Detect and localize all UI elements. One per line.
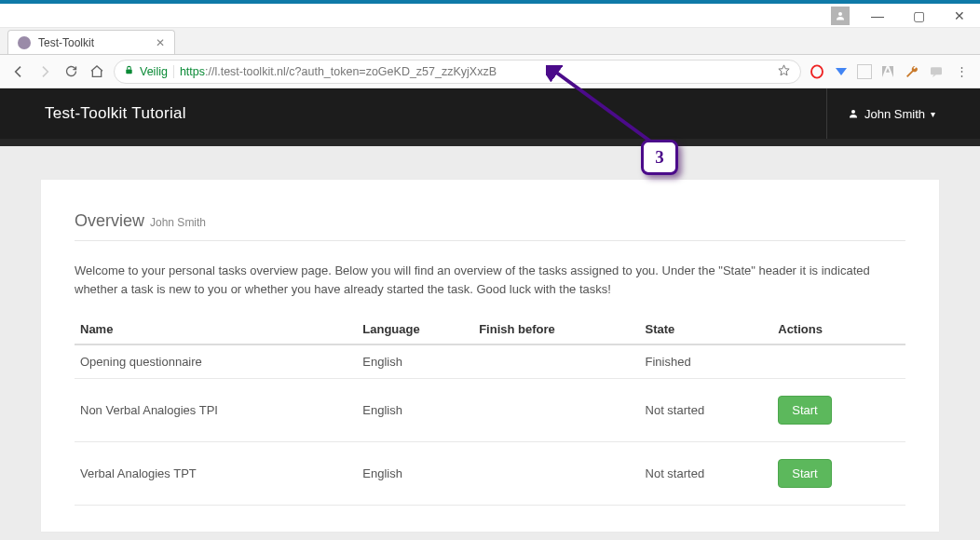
callout-number: 3 — [655, 147, 664, 168]
cell-finish — [473, 379, 639, 442]
th-actions: Actions — [772, 315, 905, 344]
user-icon — [848, 108, 859, 119]
th-finish: Finish before — [473, 315, 639, 344]
cell-action — [772, 344, 905, 379]
forward-button[interactable] — [35, 62, 54, 81]
cell-name: Non Verbal Analogies TPI — [75, 379, 357, 442]
svg-point-2 — [811, 65, 823, 77]
cell-state: Not started — [640, 379, 773, 442]
th-name: Name — [75, 315, 357, 344]
start-button[interactable]: Start — [778, 396, 831, 425]
home-button[interactable] — [88, 62, 106, 81]
tasks-table: Name Language Finish before State Action… — [75, 315, 905, 506]
app-title: Test-Toolkit Tutorial — [45, 104, 186, 123]
annotation-callout: 3 — [641, 140, 678, 175]
svg-point-4 — [851, 110, 855, 114]
reload-button[interactable] — [61, 62, 80, 81]
cell-state: Not started — [640, 442, 773, 506]
browser-toolbar: Veilig https://l.test-toolkit.nl/c?auth_… — [0, 55, 980, 88]
browser-tabs-bar: Test-Toolkit ✕ — [0, 28, 980, 55]
cell-state: Finished — [640, 344, 773, 379]
app-header: Test-Toolkit Tutorial John Smith ▾ — [0, 88, 980, 139]
intro-text: Welcome to your personal tasks overview … — [75, 262, 905, 298]
overview-username: John Smith — [150, 216, 206, 229]
extension-icon-adobe[interactable] — [879, 63, 896, 80]
extension-icon-wrench[interactable] — [904, 63, 920, 80]
address-bar[interactable]: Veilig https://l.test-toolkit.nl/c?auth_… — [114, 60, 801, 84]
caret-down-icon: ▾ — [931, 109, 935, 119]
cell-lang: English — [357, 442, 473, 506]
window-titlebar: — ▢ ✕ — [0, 4, 980, 28]
table-row: Non Verbal Analogies TPI English Not sta… — [75, 379, 905, 442]
table-row: Opening questionnaire English Finished — [75, 344, 905, 379]
browser-menu-button[interactable]: ⋮ — [952, 62, 971, 81]
cell-finish — [473, 344, 639, 379]
window-maximize-button[interactable]: ▢ — [905, 7, 932, 24]
th-language: Language — [357, 315, 473, 344]
content-area: Overview John Smith Welcome to your pers… — [0, 146, 980, 540]
opera-extension-icon[interactable] — [809, 63, 825, 80]
table-row: Verbal Analogies TPT English Not started… — [75, 442, 905, 506]
svg-line-5 — [551, 69, 656, 145]
overview-label: Overview — [75, 211, 144, 231]
back-button[interactable] — [9, 62, 28, 81]
cell-action: Start — [772, 379, 905, 442]
bookmark-star-icon[interactable] — [777, 63, 791, 80]
secure-label: Veilig — [140, 65, 174, 78]
app-subheader — [0, 139, 980, 146]
cell-lang: English — [357, 379, 473, 442]
user-name: John Smith — [864, 107, 925, 121]
svg-rect-3 — [931, 67, 942, 74]
tab-title: Test-Toolkit — [38, 36, 94, 49]
svg-rect-1 — [126, 69, 131, 74]
cell-name: Opening questionnaire — [75, 344, 357, 379]
extension-icon-chat[interactable] — [928, 63, 945, 80]
start-button[interactable]: Start — [778, 459, 831, 488]
overview-card: Overview John Smith Welcome to your pers… — [41, 180, 939, 532]
extension-icon-doc[interactable] — [857, 64, 872, 79]
window-close-button[interactable]: ✕ — [946, 7, 973, 24]
user-menu[interactable]: John Smith ▾ — [826, 88, 935, 139]
cell-action: Start — [772, 442, 905, 506]
cell-name: Verbal Analogies TPT — [75, 442, 357, 506]
cell-finish — [473, 442, 639, 506]
lock-icon — [124, 65, 134, 78]
browser-tab[interactable]: Test-Toolkit ✕ — [7, 30, 175, 54]
url-text: https://l.test-toolkit.nl/c?auth_token=z… — [180, 65, 497, 78]
svg-point-0 — [838, 12, 842, 16]
tab-close-icon[interactable]: ✕ — [156, 36, 165, 49]
overview-heading: Overview John Smith — [75, 211, 905, 241]
favicon-icon — [18, 36, 31, 49]
extension-icon-blue[interactable] — [833, 63, 850, 80]
titlebar-user-icon[interactable] — [831, 7, 850, 25]
th-state: State — [640, 315, 773, 344]
cell-lang: English — [357, 344, 473, 379]
window-minimize-button[interactable]: — — [864, 7, 891, 24]
